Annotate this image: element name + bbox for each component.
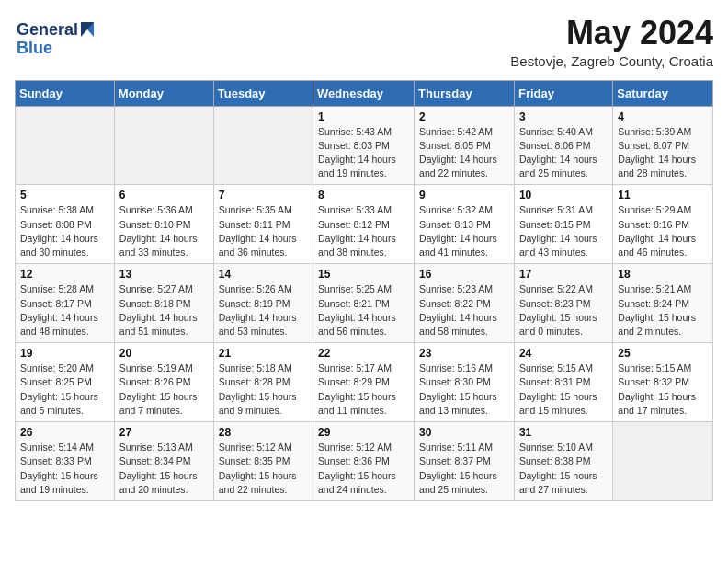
calendar-cell: 20Sunrise: 5:19 AMSunset: 8:26 PMDayligh…: [114, 343, 213, 422]
calendar-cell: 2Sunrise: 5:42 AMSunset: 8:05 PMDaylight…: [415, 106, 515, 185]
day-info: Sunrise: 5:17 AMSunset: 8:29 PMDaylight:…: [318, 362, 409, 418]
day-number: 2: [419, 110, 509, 123]
day-info: Sunrise: 5:42 AMSunset: 8:05 PMDaylight:…: [419, 125, 509, 181]
day-info: Sunrise: 5:27 AMSunset: 8:18 PMDaylight:…: [119, 282, 209, 339]
calendar-cell: 1Sunrise: 5:43 AMSunset: 8:03 PMDaylight…: [313, 106, 415, 185]
day-number: 3: [519, 110, 608, 123]
day-info: Sunrise: 5:33 AMSunset: 8:12 PMDaylight:…: [318, 203, 409, 259]
day-number: 16: [419, 268, 509, 281]
title-block: May 2024 Bestovje, Zagreb County, Croati…: [510, 15, 713, 69]
day-info: Sunrise: 5:10 AMSunset: 8:38 PMDaylight:…: [519, 441, 608, 497]
day-number: 20: [119, 347, 209, 360]
day-number: 4: [618, 110, 708, 123]
day-number: 18: [618, 268, 708, 281]
day-info: Sunrise: 5:26 AMSunset: 8:19 PMDaylight:…: [219, 282, 308, 339]
day-number: 8: [318, 189, 409, 201]
calendar-cell: 5Sunrise: 5:38 AMSunset: 8:08 PMDaylight…: [16, 185, 115, 264]
calendar-cell: [613, 422, 713, 501]
day-number: 27: [119, 426, 209, 439]
calendar-week-5: 26Sunrise: 5:14 AMSunset: 8:33 PMDayligh…: [16, 422, 713, 501]
calendar-week-1: 1Sunrise: 5:43 AMSunset: 8:03 PMDaylight…: [16, 106, 713, 185]
day-number: 9: [419, 189, 509, 201]
day-info: Sunrise: 5:19 AMSunset: 8:26 PMDaylight:…: [119, 362, 209, 418]
day-number: 6: [119, 189, 209, 201]
weekday-header-friday: Friday: [514, 80, 612, 106]
calendar-cell: 9Sunrise: 5:32 AMSunset: 8:13 PMDaylight…: [415, 185, 515, 264]
day-number: 13: [119, 268, 209, 281]
calendar-cell: 27Sunrise: 5:13 AMSunset: 8:34 PMDayligh…: [114, 422, 213, 501]
calendar-cell: 12Sunrise: 5:28 AMSunset: 8:17 PMDayligh…: [16, 264, 115, 343]
month-title: May 2024: [510, 15, 713, 52]
day-number: 14: [219, 268, 308, 281]
day-number: 29: [318, 426, 409, 439]
calendar-cell: 3Sunrise: 5:40 AMSunset: 8:06 PMDaylight…: [514, 106, 612, 185]
day-info: Sunrise: 5:13 AMSunset: 8:34 PMDaylight:…: [119, 441, 209, 497]
calendar-cell: 23Sunrise: 5:16 AMSunset: 8:30 PMDayligh…: [415, 343, 515, 422]
weekday-header-monday: Monday: [114, 80, 213, 106]
day-info: Sunrise: 5:36 AMSunset: 8:10 PMDaylight:…: [119, 203, 209, 259]
day-number: 1: [318, 110, 409, 123]
calendar-cell: 6Sunrise: 5:36 AMSunset: 8:10 PMDaylight…: [114, 185, 213, 264]
day-info: Sunrise: 5:11 AMSunset: 8:37 PMDaylight:…: [419, 441, 509, 497]
day-number: 12: [20, 268, 109, 281]
day-info: Sunrise: 5:16 AMSunset: 8:30 PMDaylight:…: [419, 362, 509, 418]
day-info: Sunrise: 5:12 AMSunset: 8:36 PMDaylight:…: [318, 441, 409, 497]
svg-text:Blue: Blue: [17, 39, 52, 57]
calendar-table: SundayMondayTuesdayWednesdayThursdayFrid…: [15, 80, 713, 501]
calendar-week-4: 19Sunrise: 5:20 AMSunset: 8:25 PMDayligh…: [16, 343, 713, 422]
calendar-cell: 4Sunrise: 5:39 AMSunset: 8:07 PMDaylight…: [613, 106, 713, 185]
calendar-cell: 10Sunrise: 5:31 AMSunset: 8:15 PMDayligh…: [514, 185, 612, 264]
calendar-cell: 17Sunrise: 5:22 AMSunset: 8:23 PMDayligh…: [514, 264, 612, 343]
calendar-cell: 21Sunrise: 5:18 AMSunset: 8:28 PMDayligh…: [213, 343, 313, 422]
day-info: Sunrise: 5:12 AMSunset: 8:35 PMDaylight:…: [219, 441, 308, 497]
day-info: Sunrise: 5:14 AMSunset: 8:33 PMDaylight:…: [20, 441, 109, 497]
day-number: 10: [519, 189, 608, 201]
calendar-week-3: 12Sunrise: 5:28 AMSunset: 8:17 PMDayligh…: [16, 264, 713, 343]
day-number: 31: [519, 426, 608, 439]
day-info: Sunrise: 5:25 AMSunset: 8:21 PMDaylight:…: [318, 282, 409, 339]
day-number: 7: [219, 189, 308, 201]
day-number: 22: [318, 347, 409, 360]
day-info: Sunrise: 5:20 AMSunset: 8:25 PMDaylight:…: [20, 362, 109, 418]
day-number: 21: [219, 347, 308, 360]
calendar-cell: 8Sunrise: 5:33 AMSunset: 8:12 PMDaylight…: [313, 185, 415, 264]
calendar-cell: 26Sunrise: 5:14 AMSunset: 8:33 PMDayligh…: [16, 422, 115, 501]
day-number: 5: [20, 189, 109, 201]
calendar-cell: 11Sunrise: 5:29 AMSunset: 8:16 PMDayligh…: [613, 185, 713, 264]
day-number: 26: [20, 426, 109, 439]
day-number: 24: [519, 347, 608, 360]
day-info: Sunrise: 5:15 AMSunset: 8:31 PMDaylight:…: [519, 362, 608, 418]
day-info: Sunrise: 5:29 AMSunset: 8:16 PMDaylight:…: [618, 203, 708, 259]
weekday-header-wednesday: Wednesday: [313, 80, 415, 106]
logo: General Blue: [15, 15, 97, 61]
day-info: Sunrise: 5:38 AMSunset: 8:08 PMDaylight:…: [20, 203, 109, 259]
weekday-header-saturday: Saturday: [613, 80, 713, 106]
calendar-cell: 30Sunrise: 5:11 AMSunset: 8:37 PMDayligh…: [415, 422, 515, 501]
calendar-cell: 7Sunrise: 5:35 AMSunset: 8:11 PMDaylight…: [213, 185, 313, 264]
day-info: Sunrise: 5:15 AMSunset: 8:32 PMDaylight:…: [618, 362, 708, 418]
svg-text:General: General: [17, 20, 78, 39]
calendar-cell: 28Sunrise: 5:12 AMSunset: 8:35 PMDayligh…: [213, 422, 313, 501]
logo-icon: General Blue: [15, 15, 97, 61]
day-info: Sunrise: 5:21 AMSunset: 8:24 PMDaylight:…: [618, 282, 708, 339]
day-number: 28: [219, 426, 308, 439]
calendar-cell: 18Sunrise: 5:21 AMSunset: 8:24 PMDayligh…: [613, 264, 713, 343]
calendar-cell: 25Sunrise: 5:15 AMSunset: 8:32 PMDayligh…: [613, 343, 713, 422]
day-info: Sunrise: 5:39 AMSunset: 8:07 PMDaylight:…: [618, 125, 708, 181]
calendar-cell: 15Sunrise: 5:25 AMSunset: 8:21 PMDayligh…: [313, 264, 415, 343]
day-number: 17: [519, 268, 608, 281]
calendar-cell: 24Sunrise: 5:15 AMSunset: 8:31 PMDayligh…: [514, 343, 612, 422]
day-number: 25: [618, 347, 708, 360]
calendar-cell: 16Sunrise: 5:23 AMSunset: 8:22 PMDayligh…: [415, 264, 515, 343]
weekday-header-thursday: Thursday: [415, 80, 515, 106]
day-info: Sunrise: 5:23 AMSunset: 8:22 PMDaylight:…: [419, 282, 509, 339]
day-info: Sunrise: 5:22 AMSunset: 8:23 PMDaylight:…: [519, 282, 608, 339]
day-info: Sunrise: 5:28 AMSunset: 8:17 PMDaylight:…: [20, 282, 109, 339]
calendar-cell: [16, 106, 115, 185]
day-info: Sunrise: 5:40 AMSunset: 8:06 PMDaylight:…: [519, 125, 608, 181]
day-info: Sunrise: 5:43 AMSunset: 8:03 PMDaylight:…: [318, 125, 409, 181]
calendar-cell: 31Sunrise: 5:10 AMSunset: 8:38 PMDayligh…: [514, 422, 612, 501]
calendar-cell: 22Sunrise: 5:17 AMSunset: 8:29 PMDayligh…: [313, 343, 415, 422]
day-number: 19: [20, 347, 109, 360]
day-number: 30: [419, 426, 509, 439]
